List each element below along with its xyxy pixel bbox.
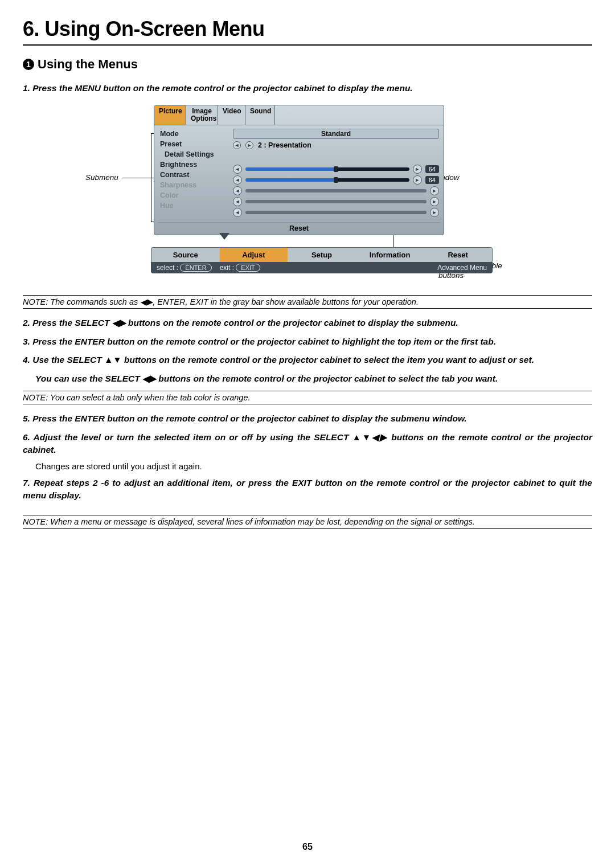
left-arrow-icon: ◄ xyxy=(233,186,242,195)
section-heading: 1 Using the Menus xyxy=(23,57,592,72)
callout-submenu: Submenu xyxy=(85,173,118,182)
section-number-badge: 1 xyxy=(23,59,34,70)
left-arrow-icon[interactable]: ◄ xyxy=(233,175,242,185)
right-arrow-icon: ► xyxy=(430,197,439,206)
label-preset[interactable]: Preset xyxy=(160,139,225,149)
status-exit-label: exit : xyxy=(220,264,234,272)
right-arrow-icon[interactable]: ► xyxy=(245,141,253,149)
reset-item[interactable]: Reset xyxy=(158,222,440,232)
note-2: NOTE: You can select a tab only when the… xyxy=(23,391,592,404)
color-slider: ◄ ► xyxy=(233,197,439,206)
step-4b: You can use the SELECT ◀▶ buttons on the… xyxy=(35,372,592,385)
label-contrast[interactable]: Contrast xyxy=(160,170,225,180)
left-arrow-icon[interactable]: ◄ xyxy=(233,165,242,174)
left-arrow-icon: ◄ xyxy=(233,197,242,206)
step-5: 5. Press the ENTER button on the remote … xyxy=(23,412,592,425)
step-1: 1. Press the MENU button on the remote c… xyxy=(23,82,592,95)
tab-row: Picture Image Options Video Sound xyxy=(154,105,444,125)
mainmenu-setup[interactable]: Setup xyxy=(288,248,356,262)
submenu-values: Standard ◄ ► 2 : Presentation ◄ ► 64 ◄ ► xyxy=(228,125,444,221)
mainmenu-reset[interactable]: Reset xyxy=(424,248,492,262)
contrast-value: 64 xyxy=(425,176,439,184)
exit-button-hint: EXIT xyxy=(236,264,260,272)
page-number: 65 xyxy=(0,842,615,852)
label-detail-settings[interactable]: Detail Settings xyxy=(160,149,225,159)
brightness-slider[interactable]: ◄ ► 64 xyxy=(233,165,439,174)
enter-button-hint: ENTER xyxy=(180,264,211,272)
sharpness-slider: ◄ ► xyxy=(233,186,439,195)
label-sharpness: Sharpness xyxy=(160,180,225,190)
menu-diagram: Submenu Submenu window Main menu Current… xyxy=(91,105,524,287)
label-hue: Hue xyxy=(160,200,225,211)
page-title: 6. Using On-Screen Menu xyxy=(23,17,592,46)
mainmenu-adjust[interactable]: Adjust xyxy=(220,248,288,262)
status-select-label: select : xyxy=(157,264,178,272)
step-6: 6. Adjust the level or turn the selected… xyxy=(23,431,592,457)
tab-image-options[interactable]: Image Options xyxy=(186,105,218,124)
status-bar: select : ENTER exit : EXIT Advanced Menu xyxy=(151,262,493,273)
mainmenu-information[interactable]: Information xyxy=(356,248,424,262)
down-triangle-icon xyxy=(219,233,229,240)
hue-slider: ◄ ► xyxy=(233,208,439,217)
main-menu-bar: Source Adjust Setup Information Reset xyxy=(151,247,493,263)
step-7: 7. Repeat steps 2 -6 to adjust an additi… xyxy=(23,477,592,502)
mode-value[interactable]: Standard xyxy=(233,129,439,139)
brightness-value: 64 xyxy=(425,165,439,173)
right-arrow-icon[interactable]: ► xyxy=(413,165,422,174)
note-3: NOTE: When a menu or message is displaye… xyxy=(23,515,592,529)
right-arrow-icon: ► xyxy=(430,208,439,217)
label-color: Color xyxy=(160,190,225,200)
advanced-menu-label[interactable]: Advanced Menu xyxy=(437,264,487,272)
label-mode[interactable]: Mode xyxy=(160,129,225,139)
tab-video[interactable]: Video xyxy=(218,105,245,124)
step-6-note: Changes are stored until you adjust it a… xyxy=(35,461,592,471)
note-1: NOTE: The commands such as ◀▶, ENTER, EX… xyxy=(23,295,592,309)
label-brightness[interactable]: Brightness xyxy=(160,159,225,170)
mainmenu-source[interactable]: Source xyxy=(151,248,220,262)
section-title-text: Using the Menus xyxy=(38,57,138,72)
left-arrow-icon: ◄ xyxy=(233,208,242,217)
contrast-slider[interactable]: ◄ ► 64 xyxy=(233,175,439,185)
preset-value: 2 : Presentation xyxy=(258,141,311,149)
osd-menu-panel: Picture Image Options Video Sound Mode P… xyxy=(154,105,444,235)
step-4a: 4. Use the SELECT ▲▼ buttons on the remo… xyxy=(23,354,592,366)
step-3: 3. Press the ENTER button on the remote … xyxy=(23,335,592,348)
right-arrow-icon: ► xyxy=(430,186,439,195)
left-arrow-icon[interactable]: ◄ xyxy=(233,141,241,149)
step-2: 2. Press the SELECT ◀▶ buttons on the re… xyxy=(23,317,592,329)
right-arrow-icon[interactable]: ► xyxy=(413,175,422,185)
tab-sound[interactable]: Sound xyxy=(245,105,275,124)
submenu-labels: Mode Preset Detail Settings Brightness C… xyxy=(154,125,228,221)
tab-picture[interactable]: Picture xyxy=(154,105,186,124)
